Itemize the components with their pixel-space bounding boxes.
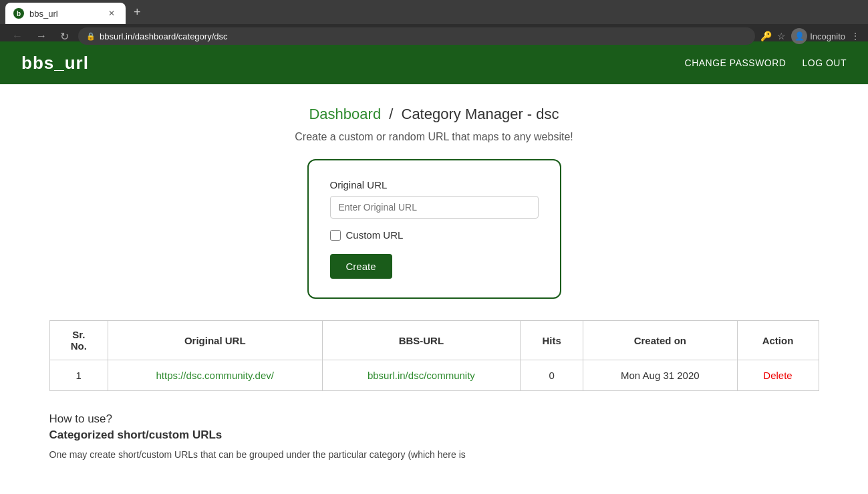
tab-close-button[interactable]: ✕ — [106, 7, 118, 19]
url-text: bbsurl.in/dashboard/category/dsc — [100, 31, 228, 41]
app-header: bbs_url CHANGE PASSWORD LOG OUT — [0, 41, 868, 84]
incognito-label: Incognito — [810, 31, 845, 41]
custom-url-label: Custom URL — [346, 229, 404, 241]
cell-sr-no: 1 — [49, 360, 108, 391]
breadcrumb: Dashboard / Category Manager - dsc — [49, 106, 819, 123]
custom-url-checkbox[interactable] — [330, 230, 341, 241]
table-row: 1 https://dsc.community.dev/ bbsurl.in/d… — [49, 360, 819, 391]
url-bar[interactable]: 🔒 bbsurl.in/dashboard/category/dsc — [78, 27, 755, 45]
how-to-subtitle: Categorized short/custom URLs — [49, 428, 819, 442]
url-form-card: Original URL Custom URL Create — [307, 159, 561, 299]
breadcrumb-current: Category Manager - dsc — [402, 106, 559, 122]
cell-hits: 0 — [521, 360, 583, 391]
breadcrumb-separator: / — [389, 106, 393, 122]
create-button[interactable]: Create — [330, 254, 392, 279]
incognito-badge: 👤 Incognito — [791, 28, 845, 44]
table-body: 1 https://dsc.community.dev/ bbsurl.in/d… — [49, 360, 819, 391]
star-icon[interactable]: ☆ — [777, 31, 786, 41]
app-logo: bbs_url — [21, 53, 89, 74]
tab-bar: b bbs_url ✕ + — [0, 0, 868, 24]
incognito-icon: 👤 — [791, 28, 807, 44]
main-content: Dashboard / Category Manager - dsc Creat… — [33, 84, 835, 494]
delete-button[interactable]: Delete — [737, 360, 819, 391]
tab-title: bbs_url — [29, 9, 100, 19]
address-bar: ← → ↻ 🔒 bbsurl.in/dashboard/category/dsc… — [0, 24, 868, 48]
cell-bbs-url[interactable]: bbsurl.in/dsc/community — [322, 360, 521, 391]
how-to-description: One may create short/custom URLs that ca… — [49, 447, 819, 462]
how-to-title: How to use? — [49, 412, 819, 426]
address-right: 🔑 ☆ 👤 Incognito ⋮ — [760, 28, 860, 44]
active-tab[interactable]: b bbs_url ✕ — [5, 3, 126, 24]
page-subtitle: Create a custom or random URL that maps … — [49, 131, 819, 143]
col-original-url: Original URL — [108, 321, 322, 360]
col-action: Action — [737, 321, 819, 360]
new-tab-button[interactable]: + — [128, 5, 146, 19]
menu-icon[interactable]: ⋮ — [851, 31, 860, 41]
col-created-on: Created on — [583, 321, 737, 360]
header-nav: CHANGE PASSWORD LOG OUT — [685, 57, 847, 68]
table-header-row: Sr.No. Original URL BBS-URL Hits Created… — [49, 321, 819, 360]
reload-button[interactable]: ↻ — [56, 29, 73, 44]
col-sr-no: Sr.No. — [49, 321, 108, 360]
cell-created-on: Mon Aug 31 2020 — [583, 360, 737, 391]
col-hits: Hits — [521, 321, 583, 360]
forward-button[interactable]: → — [32, 29, 51, 43]
logout-link[interactable]: LOG OUT — [802, 57, 847, 68]
back-button[interactable]: ← — [8, 29, 27, 43]
key-icon: 🔑 — [760, 31, 772, 41]
browser-chrome: b bbs_url ✕ + ← → ↻ 🔒 bbsurl.in/dashboar… — [0, 0, 868, 41]
original-url-input[interactable] — [330, 196, 539, 219]
change-password-link[interactable]: CHANGE PASSWORD — [685, 57, 786, 68]
lock-icon: 🔒 — [86, 32, 96, 41]
custom-url-row: Custom URL — [330, 229, 539, 241]
cell-original-url[interactable]: https://dsc.community.dev/ — [108, 360, 322, 391]
original-url-label: Original URL — [330, 179, 539, 191]
how-to-use-section: How to use? Categorized short/custom URL… — [49, 412, 819, 478]
col-bbs-url: BBS-URL — [322, 321, 521, 360]
page-wrapper: Dashboard / Category Manager - dsc Creat… — [0, 84, 868, 494]
url-table: Sr.No. Original URL BBS-URL Hits Created… — [49, 320, 819, 391]
table-header: Sr.No. Original URL BBS-URL Hits Created… — [49, 321, 819, 360]
dashboard-link[interactable]: Dashboard — [309, 106, 381, 122]
tab-favicon: b — [13, 8, 24, 19]
